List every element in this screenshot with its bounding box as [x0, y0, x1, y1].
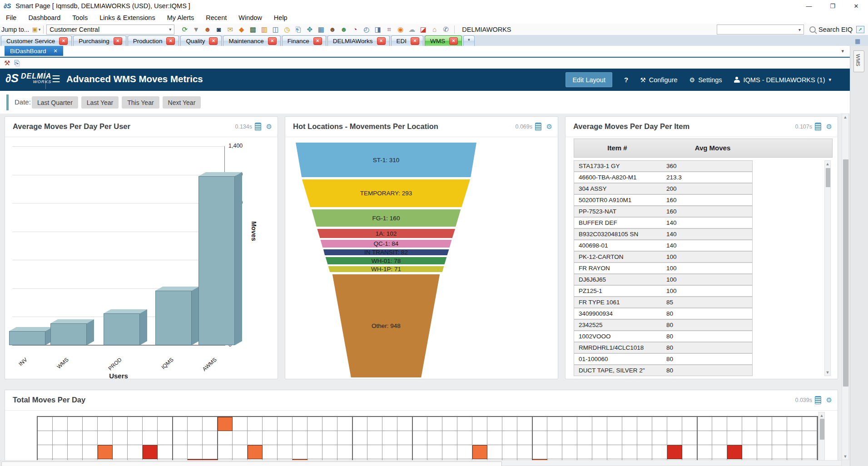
refresh-icon[interactable]: ⟳ — [179, 25, 190, 35]
table-row[interactable]: 1002VOOO80 — [574, 331, 753, 342]
search-eiq-label[interactable]: Search EIQ — [818, 26, 853, 33]
heatmap-cell[interactable] — [98, 445, 113, 459]
heatmap-scrollbar[interactable]: ▲ — [818, 412, 825, 466]
chat-icon[interactable]: ✆ — [440, 25, 451, 35]
module-tab-delmiaworks[interactable]: DELMIAWorks✕ — [327, 35, 390, 46]
heatmap-cell[interactable] — [218, 417, 233, 431]
module-tab-maintenance[interactable]: Maintenance✕ — [223, 35, 280, 46]
menu-item-recent[interactable]: Recent — [200, 14, 233, 21]
combo-caret-icon[interactable]: ▾ — [169, 27, 171, 32]
jump-folder-icon[interactable]: ▣ — [32, 26, 37, 33]
funnel-segment-1a[interactable]: 1A: 102 — [296, 229, 476, 238]
search-icon[interactable] — [809, 26, 816, 33]
column-header-avg-moves[interactable]: Avg Moves — [660, 144, 765, 152]
table-row[interactable]: 01-10006080 — [574, 353, 753, 365]
bar-inv[interactable] — [9, 331, 45, 345]
module-tab-new[interactable]: * — [463, 35, 475, 46]
funnel-segment-st-1[interactable]: ST-1: 310 — [296, 143, 476, 177]
module-tab-wms[interactable]: WMS✕ — [425, 35, 462, 46]
page-tab-close-icon[interactable]: ✕ — [54, 48, 58, 54]
table-row[interactable]: 400698-01140 — [574, 240, 753, 251]
heatmap-cell[interactable] — [143, 445, 158, 459]
home-icon[interactable]: ⌂ — [429, 25, 440, 35]
person-icon[interactable]: ☻ — [327, 25, 338, 35]
panel-gear-icon[interactable]: ⚙ — [546, 123, 552, 131]
puzzle-icon[interactable]: ◆ — [236, 25, 247, 35]
tab-close-icon[interactable]: ✕ — [166, 37, 175, 45]
hamburger-menu-icon[interactable]: ☰ — [52, 74, 60, 84]
module-tab-quality[interactable]: Quality✕ — [180, 35, 222, 46]
rss-icon[interactable]: ◉ — [395, 25, 406, 35]
iqms-window-icon[interactable]: ◙ — [213, 25, 224, 35]
table-row[interactable]: STA1733-1 GY360 — [574, 160, 753, 172]
report-icon[interactable] — [255, 123, 261, 131]
help-button[interactable]: ? — [624, 76, 628, 84]
report-icon[interactable] — [815, 123, 821, 131]
bar-prod[interactable] — [104, 313, 140, 345]
dashboard-vertical-scrollbar[interactable]: ▲ ▼ — [842, 114, 849, 460]
date-filter-this-year[interactable]: This Year — [122, 96, 159, 109]
tab-close-icon[interactable]: ✕ — [449, 37, 458, 45]
table-row[interactable]: 46600-TBA-A820-M1213.3 — [574, 172, 753, 183]
filter-icon[interactable]: ▼ — [190, 25, 202, 35]
export-icon[interactable]: ⎗ — [293, 25, 304, 35]
bar-awms[interactable] — [198, 176, 235, 345]
tab-close-icon[interactable]: ✕ — [313, 37, 322, 45]
module-tab-production[interactable]: Production✕ — [128, 35, 179, 46]
configure-button[interactable]: ⚒ Configure — [640, 76, 677, 84]
table-row[interactable]: RMRDHRL1/4CLC101880 — [574, 342, 753, 353]
bar-chart-icon[interactable]: ▥ — [258, 25, 270, 35]
copy-icon[interactable]: ⎘ — [14, 59, 20, 67]
settings-button[interactable]: ⚙ Settings — [689, 76, 722, 84]
heatmap-cell[interactable] — [472, 445, 487, 459]
table-row[interactable]: PP-7523-NAT160 — [574, 206, 753, 217]
bar-iqms[interactable] — [155, 291, 192, 345]
table-row[interactable]: FR TYPE 106185 — [574, 297, 753, 308]
tab-close-icon[interactable]: ✕ — [114, 37, 122, 45]
menu-item-window[interactable]: Window — [233, 14, 268, 21]
table-row[interactable]: FR RAYON100 — [574, 263, 753, 274]
report-icon[interactable] — [535, 123, 541, 131]
module-tab-edi[interactable]: EDI✕ — [391, 35, 424, 46]
table-row[interactable]: BUFFER DEF140 — [574, 217, 753, 228]
funnel-segment-wh-1p[interactable]: WH-1P: 71 — [296, 266, 476, 272]
clock-icon[interactable]: ◷ — [281, 25, 293, 35]
history-icon[interactable]: ◴ — [361, 25, 372, 35]
menu-item-tools[interactable]: Tools — [66, 14, 94, 21]
table-row[interactable]: PK-12-CARTON100 — [574, 251, 753, 263]
window-tiles-icon[interactable]: ◫ — [270, 25, 281, 35]
menu-item-file[interactable]: File — [0, 14, 22, 21]
table-scrollbar[interactable]: ▲▼ — [824, 160, 831, 376]
funnel-segment-temporary[interactable]: TEMPORARY: 293 — [296, 179, 476, 207]
table-row[interactable]: DJ6J6J65100 — [574, 274, 753, 285]
search-combo-caret-icon[interactable]: ▾ — [799, 27, 801, 32]
tab-close-icon[interactable]: ✕ — [411, 37, 419, 45]
chart-red-icon[interactable]: ◪ — [417, 25, 429, 35]
heatmap-cell[interactable] — [248, 445, 263, 459]
module-search-combo[interactable]: Customer Central ▾ — [46, 25, 174, 35]
user-group-icon[interactable]: ☻ — [202, 25, 213, 35]
minimize-button[interactable]: — — [797, 0, 821, 12]
edit-layout-button[interactable]: Edit Layout — [565, 72, 612, 87]
calendar-icon[interactable]: ▦ — [315, 25, 327, 35]
date-filter-last-quarter[interactable]: Last Quarter — [32, 96, 78, 109]
heatmap-cell[interactable] — [667, 445, 682, 459]
column-header-item[interactable]: Item # — [574, 144, 660, 152]
close-button[interactable]: ✕ — [844, 0, 868, 12]
wms-vertical-tab[interactable]: WMS — [853, 50, 864, 72]
table-row[interactable]: 340990093480 — [574, 308, 753, 319]
date-filter-last-year[interactable]: Last Year — [81, 96, 119, 109]
heatmap-cell[interactable] — [727, 445, 742, 459]
module-tab-customer-service[interactable]: Customer Service✕ — [1, 35, 72, 46]
dark-grid-icon[interactable]: ▩ — [247, 25, 258, 35]
table-row[interactable]: 234252580 — [574, 319, 753, 331]
funnel-segment-other[interactable]: Other: 948 — [296, 274, 476, 377]
table-row[interactable]: PZ125-1100 — [574, 285, 753, 297]
funnel-segment-qc-1[interactable]: QC-1: 84 — [296, 240, 476, 248]
flow-icon[interactable]: ✥ — [304, 25, 315, 35]
screenshot-icon[interactable]: ◨ — [372, 25, 383, 35]
org-chart-icon[interactable]: ⌗ — [383, 25, 395, 35]
table-row[interactable]: DUCT TAPE, SILVER 2"80 — [574, 365, 753, 376]
restore-button[interactable]: ❐ — [821, 0, 844, 12]
funnel-segment-wh-01[interactable]: WH-01: 78 — [296, 257, 476, 264]
